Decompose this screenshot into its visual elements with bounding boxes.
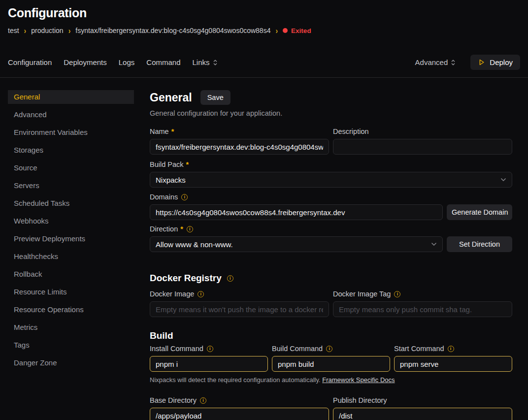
docker-registry-title: Docker Registry i [150, 273, 512, 284]
content: General Advanced Environment Variables S… [0, 90, 528, 420]
nixpacks-note: Nixpacks will detect the required config… [150, 376, 512, 384]
info-icon[interactable]: i [394, 291, 400, 297]
build-title: Build [150, 330, 512, 341]
status-text: Exited [291, 27, 311, 34]
sidebar-item-general[interactable]: General [8, 90, 134, 104]
info-icon[interactable]: i [448, 346, 454, 352]
page-title: Configuration [8, 6, 520, 20]
links-dropdown[interactable]: Links [193, 58, 218, 66]
domains-field-group: Domains i [150, 193, 443, 220]
domains-input[interactable] [150, 204, 443, 220]
links-dropdown-label: Links [193, 58, 210, 66]
info-icon[interactable]: i [326, 346, 332, 352]
breadcrumb: test › production › fsyntax/freibergersy… [8, 27, 520, 34]
page-header: Configuration test › production › fsynta… [0, 0, 528, 34]
info-icon[interactable]: i [227, 275, 233, 282]
direction-label: Direction * i [150, 225, 443, 233]
info-icon[interactable]: i [198, 291, 204, 297]
sidebar-item-tags[interactable]: Tags [8, 338, 134, 352]
deploy-button[interactable]: Deploy [470, 55, 520, 70]
info-icon[interactable]: i [207, 346, 213, 352]
breadcrumb-environment[interactable]: production [31, 27, 63, 34]
chevron-down-icon [500, 178, 506, 182]
status-dot-icon [283, 28, 288, 33]
docker-image-tag-label: Docker Image Tag i [333, 290, 512, 298]
app-window: Configuration test › production › fsynta… [0, 0, 528, 420]
sidebar-item-danger-zone[interactable]: Danger Zone [8, 356, 134, 370]
advanced-dropdown[interactable]: Advanced [415, 58, 456, 66]
tab-logs[interactable]: Logs [119, 58, 135, 66]
sidebar-item-source[interactable]: Source [8, 161, 134, 175]
set-direction-button[interactable]: Set Direction [447, 236, 512, 252]
tab-deployments[interactable]: Deployments [64, 58, 107, 66]
docker-image-label: Docker Image i [150, 290, 329, 298]
info-icon[interactable]: i [187, 226, 193, 232]
start-command-field-group: Start Command i [394, 345, 512, 372]
sidebar-item-advanced[interactable]: Advanced [8, 108, 134, 122]
required-asterisk: * [186, 161, 189, 168]
direction-field-group: Direction * i Allow www & non-www. [150, 225, 443, 252]
section-subtitle: General configuration for your applicati… [150, 109, 512, 117]
chevron-updown-icon [451, 59, 456, 66]
settings-sidebar: General Advanced Environment Variables S… [8, 90, 134, 420]
start-command-input[interactable] [394, 356, 512, 372]
name-input[interactable] [150, 139, 329, 155]
required-asterisk: * [180, 225, 183, 233]
name-label: Name * [150, 128, 329, 135]
build-command-input[interactable] [272, 356, 390, 372]
chevron-right-icon: › [68, 26, 71, 35]
sidebar-item-preview-deployments[interactable]: Preview Deployments [8, 232, 134, 246]
breadcrumb-resource[interactable]: fsyntax/freibergersyntax.dev:blog-c4s0sg… [75, 27, 270, 34]
chevron-right-icon: › [275, 26, 278, 35]
description-input[interactable] [333, 139, 512, 155]
publish-directory-input[interactable] [333, 408, 512, 420]
publish-directory-field-group: Publish Directory [333, 396, 512, 420]
sidebar-item-servers[interactable]: Servers [8, 179, 134, 193]
direction-selected-value: Allow www & non-www. [156, 240, 233, 249]
breadcrumb-project[interactable]: test [8, 27, 19, 34]
sidebar-item-storages[interactable]: Storages [8, 143, 134, 157]
build-command-field-group: Build Command i [272, 345, 390, 372]
sidebar-item-healthchecks[interactable]: Healthchecks [8, 250, 134, 263]
build-pack-label: Build Pack * [150, 161, 512, 168]
chevron-right-icon: › [24, 26, 27, 35]
publish-directory-label: Publish Directory [333, 396, 512, 404]
name-field-group: Name * [150, 128, 329, 155]
build-pack-select[interactable]: Nixpacks [150, 172, 512, 188]
info-icon[interactable]: i [200, 397, 206, 404]
base-directory-field-group: Base Directory i [150, 396, 329, 420]
info-icon[interactable]: i [181, 194, 188, 200]
sidebar-item-scheduled-tasks[interactable]: Scheduled Tasks [8, 196, 134, 210]
status-badge: Exited [283, 27, 311, 34]
sidebar-item-rollback[interactable]: Rollback [8, 267, 134, 281]
docker-image-tag-field-group: Docker Image Tag i [333, 290, 512, 317]
start-command-label: Start Command i [394, 345, 512, 353]
description-field-group: Description [333, 128, 512, 155]
tab-command[interactable]: Command [146, 58, 180, 66]
docker-image-field-group: Docker Image i [150, 290, 329, 317]
direction-select[interactable]: Allow www & non-www. [150, 236, 443, 252]
advanced-dropdown-label: Advanced [415, 58, 448, 66]
docker-image-input[interactable] [150, 301, 329, 317]
general-panel: General Save General configuration for y… [150, 90, 512, 420]
sidebar-item-resource-limits[interactable]: Resource Limits [8, 285, 134, 299]
framework-docs-link[interactable]: Framework Specific Docs [322, 376, 395, 384]
resource-nav: Configuration Deployments Logs Command L… [0, 55, 528, 78]
base-directory-input[interactable] [150, 408, 329, 420]
sidebar-item-webhooks[interactable]: Webhooks [8, 214, 134, 228]
tab-configuration[interactable]: Configuration [8, 58, 52, 66]
sidebar-item-resource-operations[interactable]: Resource Operations [8, 303, 134, 317]
description-label: Description [333, 128, 512, 135]
base-directory-label: Base Directory i [150, 396, 329, 404]
install-command-input[interactable] [150, 356, 268, 372]
build-pack-selected-value: Nixpacks [156, 176, 186, 184]
save-button[interactable]: Save [200, 90, 231, 105]
generate-domain-button[interactable]: Generate Domain [447, 204, 512, 220]
build-command-label: Build Command i [272, 345, 390, 353]
chevron-down-icon [431, 242, 437, 246]
play-icon [478, 59, 485, 66]
sidebar-item-environment-variables[interactable]: Environment Variables [8, 126, 134, 139]
sidebar-item-metrics[interactable]: Metrics [8, 321, 134, 334]
docker-image-tag-input[interactable] [333, 301, 512, 317]
required-asterisk: * [171, 128, 174, 135]
